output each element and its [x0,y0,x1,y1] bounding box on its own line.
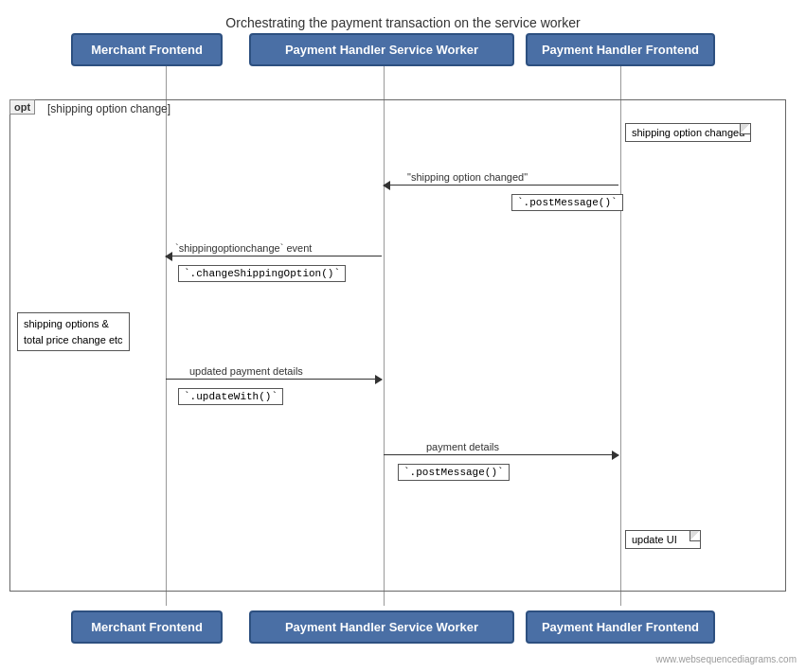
actor-merchant-footer: Merchant Frontend [71,610,223,644]
note-update-ui: update UI [625,530,701,549]
msg-shippingoptionchange: `shippingoptionchange` event [175,242,312,254]
opt-condition: [shipping option change] [47,102,170,115]
arrow-payment-details [384,454,618,455]
opt-label: opt [9,99,35,115]
note-side-shipping-options: shipping options &total price change etc [17,312,130,351]
actor-payment-header: Payment Handler Frontend [526,33,715,66]
method-change-shipping: `.changeShippingOption()` [178,265,346,282]
msg-shipping-changed: "shipping option changed" [407,171,528,183]
note-shipping-option-changed: shipping option changed [625,123,751,142]
actor-merchant-header: Merchant Frontend [71,33,223,66]
arrow-updated-payment [166,379,382,380]
watermark: www.websequencediagrams.com [656,654,797,664]
arrow-shipping-changed [384,185,618,186]
method-post-message-1: `.postMessage()` [511,194,623,211]
method-update-with: `.updateWith()` [178,388,283,405]
method-post-message-2: `.postMessage()` [398,464,510,481]
arrow-shippingoptionchange [166,256,382,256]
msg-payment-details: payment details [426,441,499,452]
actor-payment-footer: Payment Handler Frontend [526,610,715,644]
msg-updated-payment: updated payment details [189,365,303,377]
diagram-container: Orchestrating the payment transaction on… [0,0,806,672]
actor-service-footer: Payment Handler Service Worker [249,610,514,644]
actor-service-header: Payment Handler Service Worker [249,33,514,66]
